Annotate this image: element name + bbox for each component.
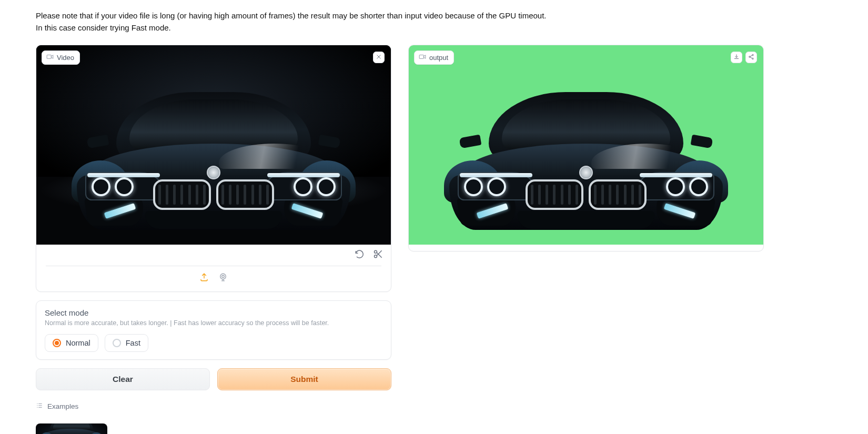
mode-option-normal-label: Normal [66, 339, 90, 347]
video-icon [419, 53, 426, 62]
download-icon [733, 53, 740, 62]
mode-option-normal[interactable]: Normal [45, 334, 98, 352]
video-source-toolbar [36, 266, 391, 291]
video-output-label-text: output [429, 54, 448, 62]
output-preview-area[interactable]: output [409, 45, 763, 245]
examples-header[interactable]: Examples [36, 402, 391, 411]
video-output-panel: output [408, 45, 764, 251]
mode-select-description: Normal is more accurate, but takes longe… [45, 319, 382, 327]
svg-rect-5 [419, 55, 423, 58]
mode-select-panel: Select mode Normal is more accurate, but… [36, 300, 391, 360]
share-icon [748, 53, 754, 62]
intro-line-1: Please note that if your video file is l… [36, 9, 832, 22]
upload-button[interactable] [199, 272, 209, 284]
radio-indicator [53, 339, 61, 347]
close-icon [376, 53, 382, 62]
share-output-button[interactable] [745, 52, 757, 63]
mode-select-title: Select mode [45, 308, 382, 317]
video-input-label: Video [42, 51, 80, 65]
video-preview-area[interactable]: Video [36, 45, 391, 245]
webcam-button[interactable] [218, 272, 228, 284]
input-car-render [36, 45, 391, 245]
action-button-row: Clear Submit [36, 368, 391, 390]
video-input-label-text: Video [57, 54, 74, 62]
trim-button[interactable] [373, 249, 383, 261]
example-thumbnail[interactable] [36, 423, 107, 435]
svg-point-4 [222, 275, 225, 278]
video-icon [46, 53, 54, 62]
video-edit-toolbar [36, 245, 391, 266]
output-car-render [409, 45, 763, 245]
clear-video-button[interactable] [373, 52, 385, 63]
mode-option-fast-label: Fast [126, 339, 140, 347]
list-icon [36, 402, 43, 411]
download-output-button[interactable] [731, 52, 742, 63]
webcam-icon [218, 275, 228, 284]
mode-option-fast[interactable]: Fast [105, 334, 148, 352]
undo-button[interactable] [354, 249, 365, 261]
svg-rect-0 [47, 55, 51, 58]
svg-point-3 [220, 274, 226, 279]
radio-indicator [113, 339, 121, 347]
video-output-label: output [414, 51, 454, 65]
examples-label: Examples [47, 402, 78, 410]
intro-text: Please note that if your video file is l… [36, 9, 832, 34]
scissors-icon [373, 252, 383, 261]
submit-button[interactable]: Submit [217, 368, 391, 390]
clear-button[interactable]: Clear [36, 368, 210, 390]
intro-line-2: In this case consider trying Fast mode. [36, 22, 832, 34]
undo-icon [354, 252, 365, 261]
upload-icon [199, 275, 209, 284]
video-input-panel: Video [36, 45, 391, 292]
